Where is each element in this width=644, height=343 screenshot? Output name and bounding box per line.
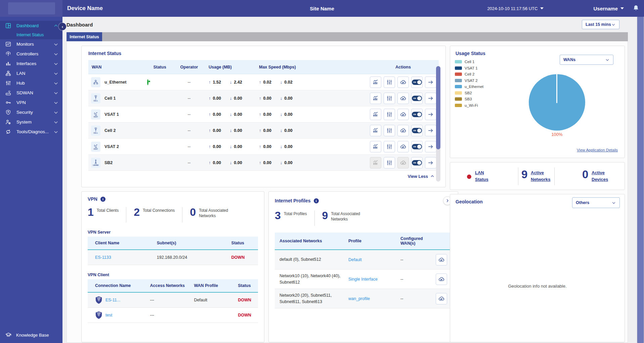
geolocation-card: Geolocation Others Geolocation info not …	[450, 194, 625, 342]
view-less-button[interactable]: View Less	[88, 171, 439, 182]
geolocation-select[interactable]: Others	[572, 197, 620, 208]
sidebar-item-vpn[interactable]: VPN	[0, 98, 62, 107]
download-arrow-icon: ↓	[230, 144, 232, 149]
sidebar-item-monitors[interactable]: Monitors	[0, 39, 62, 49]
wan-enable-toggle[interactable]: ON	[411, 93, 423, 104]
row-actions: ON	[368, 141, 439, 152]
wan-enable-toggle[interactable]: ON	[411, 141, 423, 152]
profile-link[interactable]: Single Interface	[348, 277, 378, 282]
usage-chart-button[interactable]	[370, 109, 381, 120]
lan-status-link[interactable]: LAN Status	[475, 169, 499, 183]
upload-arrow-icon: ↑	[259, 112, 261, 117]
vpn-connection-name-link[interactable]: test	[105, 313, 112, 317]
wan-details-button[interactable]	[425, 125, 436, 136]
configure-button[interactable]	[384, 93, 395, 104]
configure-button[interactable]	[384, 125, 395, 136]
page-scrollbar-thumb[interactable]	[637, 17, 644, 343]
configure-button[interactable]	[384, 157, 395, 168]
chevron-down-icon	[54, 91, 58, 94]
usage-chart-button[interactable]	[370, 141, 381, 152]
wan-details-button[interactable]	[425, 157, 436, 168]
wan-details-button[interactable]	[425, 93, 436, 104]
sidebar-subitem-internet-status[interactable]: Internet Status	[0, 31, 62, 39]
sidebar-item-interfaces[interactable]: Interfaces	[0, 59, 62, 68]
wan-details-button[interactable]	[425, 141, 436, 152]
sidebar-item-dashboard[interactable]: Dashboard	[0, 21, 62, 31]
sidebar-item-security[interactable]: Security	[0, 107, 62, 117]
speed-test-button[interactable]	[397, 125, 409, 136]
user-menu[interactable]: Username	[593, 6, 624, 11]
chevron-down-icon	[54, 130, 58, 133]
sidebar-item-lan[interactable]: LAN	[0, 68, 62, 78]
geolocation-message: Geolocation info not available.	[456, 284, 619, 289]
vpn-wan-profile: Default	[186, 298, 230, 302]
sidebar-item-knowledge-base[interactable]: Knowledge Base	[0, 332, 62, 338]
usage-wans-select[interactable]: WANs	[560, 55, 613, 65]
active-networks-link[interactable]: Active Networks	[531, 169, 558, 183]
configure-button[interactable]	[384, 109, 395, 120]
row-actions: ON	[368, 77, 439, 88]
vpn-info-icon[interactable]: i	[100, 197, 105, 202]
sidebar-item-controllers[interactable]: Controllers	[0, 49, 62, 59]
tab-internet-status[interactable]: Internet Status	[67, 32, 102, 41]
vpn-connection-name-link[interactable]: ES-11...	[105, 298, 120, 302]
speed-test-button[interactable]	[397, 77, 409, 88]
vpn-client-header: Connection NameAccess NetworksWAN Profil…	[88, 279, 258, 293]
configure-button[interactable]	[384, 141, 395, 152]
wan-enable-toggle[interactable]: ON	[411, 109, 423, 120]
profile-speed-test-button[interactable]	[436, 293, 447, 304]
vpn-client-name-link[interactable]: ES-1133	[95, 255, 111, 260]
wan-details-button[interactable]	[425, 109, 436, 120]
usage-chart-button[interactable]	[370, 125, 381, 136]
table-scrollbar[interactable]	[436, 66, 440, 182]
column-header-access-networks: Access Networks	[143, 283, 187, 288]
view-application-details-link[interactable]: View Application Details	[577, 148, 618, 152]
internet-profiles-header: Associated NetworksProfileConfigured WAN…	[275, 233, 452, 250]
internet-profiles-info-icon[interactable]: i	[314, 198, 319, 203]
sidebar-collapse-button[interactable]: ‹	[59, 23, 66, 30]
sidebar-item-system[interactable]: System	[0, 117, 62, 127]
timestamp-dropdown[interactable]: 2024-10-10 11:17:56 UTC	[487, 6, 544, 11]
profile-link[interactable]: wan_profile	[348, 296, 370, 301]
page-scrollbar[interactable]	[637, 17, 644, 343]
legend-swatch	[455, 72, 462, 76]
wan-details-button[interactable]	[425, 77, 436, 88]
speed-test-button[interactable]	[397, 141, 409, 152]
divider	[518, 167, 518, 185]
operator-value: --	[172, 80, 206, 85]
download-arrow-icon: ↓	[280, 96, 283, 101]
speed-test-button[interactable]	[397, 93, 409, 104]
associated-networks: Network10 (10), Network40 (40), Subnet61…	[275, 273, 344, 286]
active-devices-link[interactable]: Active Devices	[592, 169, 615, 183]
speed-test-button[interactable]	[397, 109, 409, 120]
wan-enable-toggle[interactable]: ON	[411, 125, 423, 136]
profile-link[interactable]: Default	[348, 257, 362, 262]
configure-button[interactable]	[384, 77, 395, 88]
speed-test-button[interactable]	[397, 157, 409, 168]
profile-speed-test-button[interactable]	[436, 254, 447, 265]
sidebar-item-tools[interactable]: Tools/Diagnos...	[0, 127, 62, 137]
download-arrow-icon: ↓	[230, 112, 232, 117]
chevron-up-icon	[430, 174, 435, 180]
time-range-select[interactable]: Last 15 mins	[582, 20, 619, 29]
sidebar-item-hub[interactable]: Hub	[0, 78, 62, 88]
pie	[529, 74, 585, 131]
profile-speed-test-button[interactable]	[436, 274, 447, 285]
usage-pie-chart[interactable]	[529, 74, 585, 131]
divider	[314, 210, 315, 226]
sidebar-item-sdwan[interactable]: SDWAN	[0, 88, 62, 98]
usage-chart-button[interactable]	[370, 77, 381, 88]
wan-enable-toggle[interactable]: ON	[411, 77, 423, 88]
usage-chart-button[interactable]	[370, 93, 381, 104]
geolocation-select-value: Others	[576, 200, 589, 205]
column-header-associated-networks: Associated Networks	[275, 239, 344, 243]
table-scrollbar-thumb[interactable]	[436, 66, 440, 149]
stat-label: Total Connections	[143, 207, 175, 213]
sidebar-item-label: Interfaces	[16, 61, 55, 66]
usage-chart-button[interactable]	[370, 157, 381, 168]
vpn-stats: 1Total Clients2Total Connections0Total A…	[88, 207, 258, 223]
notifications-bell-icon[interactable]	[632, 4, 640, 12]
upload-arrow-icon: ↑	[209, 96, 211, 101]
wan-enable-toggle[interactable]: ON	[411, 157, 423, 168]
upload-arrow-icon: ↑	[209, 112, 211, 117]
